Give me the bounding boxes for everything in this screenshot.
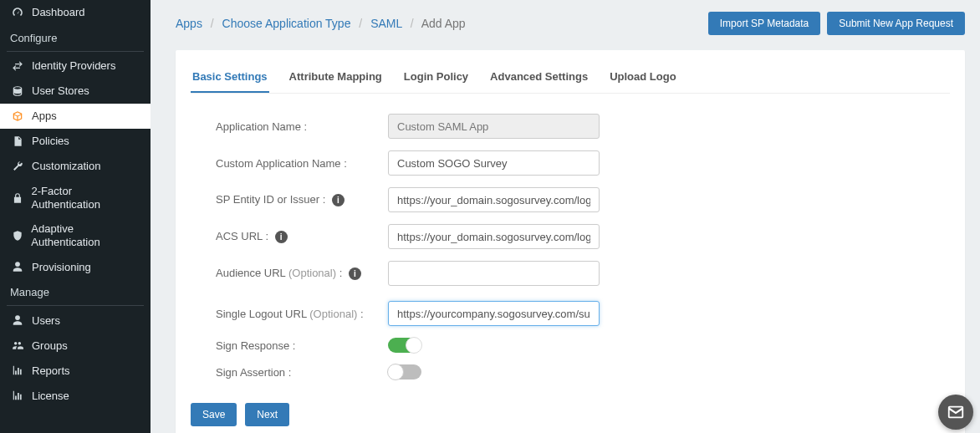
breadcrumb-choose-type[interactable]: Choose Application Type (222, 17, 351, 30)
form-area: Application Name : Custom Application Na… (191, 94, 950, 396)
breadcrumb-sep: / (359, 17, 362, 30)
tab-basic-settings[interactable]: Basic Settings (191, 65, 269, 93)
input-slo-url[interactable] (388, 301, 600, 326)
label-optional: (Optional) (309, 308, 357, 320)
sidebar-item-license[interactable]: License (0, 383, 151, 408)
label-tail: : (336, 267, 342, 279)
label-application-name: Application Name : (216, 120, 388, 133)
info-icon[interactable]: i (275, 231, 288, 243)
chat-fab[interactable] (938, 395, 973, 430)
row-application-name: Application Name : (216, 114, 938, 139)
label-optional: (Optional) (288, 267, 336, 279)
users-icon (10, 339, 25, 352)
sidebar-item-label: 2-Factor Authentication (32, 185, 140, 211)
tab-attribute-mapping[interactable]: Attribute Mapping (288, 65, 384, 93)
sidebar-item-identity-providers[interactable]: Identity Providers (0, 53, 151, 79)
database-icon (10, 84, 25, 98)
sidebar-item-provisioning[interactable]: Provisioning (0, 254, 151, 279)
input-audience-url[interactable] (388, 261, 600, 286)
sidebar: Dashboard Configure Identity Providers U… (0, 0, 151, 433)
info-icon[interactable]: i (332, 194, 345, 206)
sidebar-item-label: Groups (32, 339, 68, 353)
tab-login-policy[interactable]: Login Policy (402, 65, 470, 93)
label-tail: : (357, 308, 363, 320)
sidebar-item-label: Reports (32, 364, 70, 378)
tab-advanced-settings[interactable]: Advanced Settings (488, 65, 590, 93)
label-text: Audience URL (216, 267, 288, 279)
import-sp-metadata-button[interactable]: Import SP Metadata (708, 12, 821, 35)
box-icon (10, 110, 25, 123)
label-sign-assertion: Sign Assertion : (216, 366, 388, 379)
label-sign-response: Sign Response : (216, 339, 388, 352)
submit-new-app-request-button[interactable]: Submit New App Request (827, 12, 965, 35)
label-text: Single Logout URL (216, 308, 309, 320)
row-slo-url: Single Logout URL (Optional) : (216, 301, 938, 326)
row-audience-url: Audience URL (Optional) : i (216, 261, 938, 286)
sidebar-item-users[interactable]: Users (0, 308, 151, 333)
sidebar-item-label: Users (32, 314, 60, 328)
wrench-icon (10, 160, 25, 173)
input-custom-app-name[interactable] (388, 150, 600, 176)
row-sign-assertion: Sign Assertion : (216, 364, 938, 380)
form-card: Basic Settings Attribute Mapping Login P… (176, 50, 965, 433)
sidebar-item-policies[interactable]: Policies (0, 129, 151, 154)
shield-icon (10, 229, 24, 242)
user-icon (10, 260, 25, 273)
breadcrumb-current: Add App (421, 17, 466, 30)
next-button[interactable]: Next (245, 403, 289, 426)
label-text: SP Entity ID or Issuer : (216, 193, 325, 206)
label-acs-url: ACS URL : i (216, 230, 388, 243)
sidebar-item-groups[interactable]: Groups (0, 333, 151, 358)
sidebar-item-dashboard[interactable]: Dashboard (0, 0, 151, 25)
sidebar-item-adaptive-auth[interactable]: Adaptive Authentication (0, 216, 151, 254)
input-acs-url[interactable] (388, 224, 600, 249)
sidebar-item-label: Customization (32, 160, 100, 173)
sidebar-item-2fa[interactable]: 2-Factor Authentication (0, 179, 151, 216)
toggle-sign-assertion[interactable] (388, 364, 421, 380)
sidebar-item-reports[interactable]: Reports (0, 358, 151, 383)
input-sp-entity[interactable] (388, 187, 600, 212)
sidebar-item-user-stores[interactable]: User Stores (0, 79, 151, 104)
swap-icon (10, 59, 25, 73)
chart-icon (10, 389, 25, 402)
label-custom-app-name: Custom Application Name : (216, 157, 388, 170)
sidebar-item-label: Dashboard (32, 6, 85, 19)
tab-upload-logo[interactable]: Upload Logo (608, 65, 677, 93)
breadcrumb-sep: / (411, 17, 414, 30)
user-icon (10, 313, 25, 327)
breadcrumb: Apps / Choose Application Type / SAML / … (176, 17, 466, 30)
main-content: Apps / Choose Application Type / SAML / … (151, 0, 980, 433)
toggle-sign-response[interactable] (388, 338, 421, 353)
sidebar-section-configure: Configure (0, 25, 151, 49)
info-icon[interactable]: i (349, 267, 361, 280)
lock-icon (10, 191, 25, 205)
topbar: Apps / Choose Application Type / SAML / … (176, 0, 965, 50)
divider (7, 305, 144, 306)
sidebar-item-customization[interactable]: Customization (0, 154, 151, 179)
policy-icon (10, 135, 25, 148)
form-actions: Save Next (191, 396, 950, 426)
sidebar-section-manage: Manage (0, 279, 151, 303)
row-sign-response: Sign Response : (216, 338, 938, 353)
breadcrumb-sep: / (211, 17, 214, 30)
breadcrumb-apps[interactable]: Apps (176, 17, 202, 30)
dashboard-icon (10, 6, 25, 19)
sidebar-item-label: Identity Providers (32, 59, 115, 73)
breadcrumb-saml[interactable]: SAML (370, 17, 402, 30)
chart-icon (10, 364, 25, 377)
divider (7, 51, 144, 52)
label-text: ACS URL : (216, 230, 268, 242)
mail-icon (947, 403, 965, 421)
sidebar-item-label: Provisioning (32, 261, 91, 274)
label-sp-entity: SP Entity ID or Issuer : i (216, 193, 388, 206)
sidebar-item-label: Apps (32, 110, 57, 123)
input-application-name (388, 114, 600, 139)
label-audience-url: Audience URL (Optional) : i (216, 267, 388, 280)
row-sp-entity: SP Entity ID or Issuer : i (216, 187, 938, 212)
tabs: Basic Settings Attribute Mapping Login P… (191, 50, 950, 94)
save-button[interactable]: Save (191, 403, 237, 426)
sidebar-item-label: Adaptive Authentication (31, 222, 140, 248)
label-slo-url: Single Logout URL (Optional) : (216, 308, 388, 320)
sidebar-item-apps[interactable]: Apps (0, 104, 151, 129)
sidebar-item-label: License (32, 390, 69, 403)
